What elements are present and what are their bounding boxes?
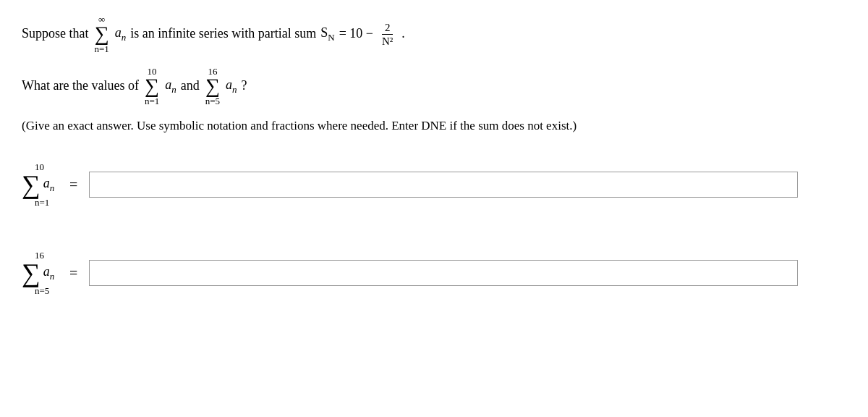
line1-fraction: 2 N² [379,21,396,48]
line2-sigma1: 10 ∑ n=1 [145,67,159,106]
answer2-sigma-symbol: ∑ [22,260,41,286]
line2-sigma2: 16 ∑ n=5 [205,67,220,106]
line1-sigma-bottom: n=1 [95,44,109,54]
line2-and: and [181,77,200,95]
answer2-input[interactable] [89,260,798,286]
line1-period: . [401,25,405,43]
line1-frac-den: N² [379,35,396,48]
line2-sigma2-symbol: ∑ [205,76,220,96]
line2-sigma1-symbol: ∑ [145,76,159,96]
line1-prefix: Suppose that [22,25,89,43]
problem-line3: (Give an exact answer. Use symbolic nota… [22,119,846,133]
line1-text: is an infinite series with partial sum [130,25,316,43]
line2-sigma1-bottom: n=1 [145,96,159,106]
line1-sn: SN [320,24,334,44]
line2-prefix: What are the values of [22,77,139,95]
problem-line2: What are the values of 10 ∑ n=1 an and 1… [22,67,846,106]
answer2-row: 16 ∑ an n=5 = [22,250,846,295]
answer2-sigma-row: ∑ an [22,260,54,286]
line2-question: ? [242,77,247,95]
answer2-sigma-block: 16 ∑ an n=5 [22,250,58,295]
problem-container: Suppose that ∞ ∑ n=1 an is an infinite s… [22,14,846,295]
line1-sigma: ∞ ∑ n=1 [95,14,109,54]
answer1-input[interactable] [89,172,798,198]
answer1-sigma-row: ∑ an [22,172,54,198]
answer2-bottom: n=5 [35,286,49,295]
answer1-bottom: n=1 [35,198,49,207]
answer1-variable: an [43,176,55,194]
line3-text: (Give an exact answer. Use symbolic nota… [22,119,576,132]
line2-sigma2-bottom: n=5 [205,96,220,106]
line1-variable: an [115,24,127,44]
answer1-row: 10 ∑ an n=1 = [22,162,846,207]
line1-sigma-symbol: ∑ [95,24,109,44]
problem-line1: Suppose that ∞ ∑ n=1 an is an infinite s… [22,14,846,54]
answer2-variable: an [43,264,55,282]
line2-var2: an [226,76,237,96]
answer1-sigma-symbol: ∑ [22,172,41,198]
answer1-equals: = [69,177,77,193]
line1-equals: = 10 − [339,25,373,43]
answer1-sigma-block: 10 ∑ an n=1 [22,162,58,207]
line1-frac-num: 2 [382,21,393,35]
line2-var1: an [165,76,176,96]
answer2-equals: = [69,265,77,282]
